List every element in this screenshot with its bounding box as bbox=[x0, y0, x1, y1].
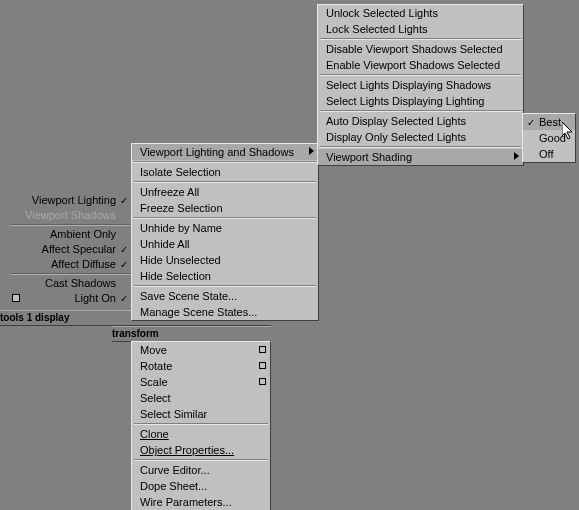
menu-rotate[interactable]: Rotate bbox=[132, 358, 270, 374]
label: Ambient Only bbox=[50, 228, 116, 240]
label: Viewport Lighting and Shadows bbox=[140, 146, 294, 158]
menu-unhide-all[interactable]: Unhide All bbox=[132, 236, 318, 252]
label: Affect Diffuse bbox=[51, 258, 116, 270]
check-icon: ✓ bbox=[120, 257, 128, 272]
menu-disable-vp-shadows[interactable]: Disable Viewport Shadows Selected bbox=[318, 41, 523, 57]
label: Dope Sheet... bbox=[140, 480, 207, 492]
opt-affect-diffuse[interactable]: Affect Diffuse ✓ bbox=[10, 257, 130, 272]
label: Auto Display Selected Lights bbox=[326, 115, 466, 127]
menu-select-lights-lighting[interactable]: Select Lights Displaying Lighting bbox=[318, 93, 523, 109]
menu-save-scene-state[interactable]: Save Scene State... bbox=[132, 288, 318, 304]
label: Hide Selection bbox=[140, 270, 211, 282]
menu-wire-parameters[interactable]: Wire Parameters... bbox=[132, 494, 270, 510]
label: Viewport Shadows bbox=[25, 209, 116, 221]
separator bbox=[134, 285, 316, 287]
label: Wire Parameters... bbox=[140, 496, 232, 508]
label: Viewport Shading bbox=[326, 151, 412, 163]
label: Best bbox=[539, 116, 561, 128]
dialog-icon bbox=[259, 362, 266, 369]
vls-submenu: Unlock Selected Lights Lock Selected Lig… bbox=[317, 4, 524, 166]
menu-select-similar[interactable]: Select Similar bbox=[132, 406, 270, 422]
check-icon: ✓ bbox=[120, 193, 128, 208]
menu-dope-sheet[interactable]: Dope Sheet... bbox=[132, 478, 270, 494]
transform-menu: Move Rotate Scale Select Select Similar … bbox=[131, 341, 271, 510]
menu-unhide-by-name[interactable]: Unhide by Name bbox=[132, 220, 318, 236]
label: Viewport Lighting bbox=[32, 194, 116, 206]
bar-tools-label: tools 1 bbox=[0, 312, 32, 323]
label: Rotate bbox=[140, 360, 172, 372]
menu-select-lights-shadows[interactable]: Select Lights Displaying Shadows bbox=[318, 77, 523, 93]
menu-hide-unselected[interactable]: Hide Unselected bbox=[132, 252, 318, 268]
label: Cast Shadows bbox=[45, 277, 116, 289]
label: Unlock Selected Lights bbox=[326, 7, 438, 19]
label: Enable Viewport Shadows Selected bbox=[326, 59, 500, 71]
separator bbox=[134, 459, 268, 461]
separator bbox=[134, 161, 316, 163]
menu-object-properties[interactable]: Object Properties... bbox=[132, 442, 270, 458]
menu-shading-good[interactable]: Good bbox=[523, 130, 575, 146]
menu-auto-display-lights[interactable]: Auto Display Selected Lights bbox=[318, 113, 523, 129]
dialog-icon bbox=[259, 346, 266, 353]
label: Clone bbox=[140, 428, 169, 440]
label: Select Lights Displaying Lighting bbox=[326, 95, 484, 107]
submenu-arrow-icon bbox=[309, 147, 314, 155]
menu-lock-lights[interactable]: Lock Selected Lights bbox=[318, 21, 523, 37]
label: Select bbox=[140, 392, 171, 404]
menu-viewport-shading[interactable]: Viewport Shading bbox=[318, 149, 523, 165]
label: Lock Selected Lights bbox=[326, 23, 428, 35]
menu-isolate-selection[interactable]: Isolate Selection bbox=[132, 164, 318, 180]
menu-unlock-lights[interactable]: Unlock Selected Lights bbox=[318, 5, 523, 21]
submenu-arrow-icon bbox=[514, 152, 519, 160]
label: Unfreeze All bbox=[140, 186, 199, 198]
opt-affect-specular[interactable]: Affect Specular ✓ bbox=[10, 242, 130, 257]
menu-freeze-selection[interactable]: Freeze Selection bbox=[132, 200, 318, 216]
opt-viewport-lighting[interactable]: Viewport Lighting ✓ bbox=[10, 193, 130, 208]
square-icon bbox=[12, 294, 20, 302]
separator bbox=[134, 181, 316, 183]
label: Hide Unselected bbox=[140, 254, 221, 266]
menu-shading-best[interactable]: ✓ Best bbox=[523, 114, 575, 130]
separator bbox=[320, 146, 521, 148]
label: Scale bbox=[140, 376, 168, 388]
label: Freeze Selection bbox=[140, 202, 223, 214]
shading-submenu: ✓ Best Good Off bbox=[522, 113, 576, 163]
label: Light On bbox=[74, 292, 116, 304]
menu-hide-selection[interactable]: Hide Selection bbox=[132, 268, 318, 284]
separator bbox=[320, 38, 521, 40]
menu-viewport-lighting-shadows[interactable]: Viewport Lighting and Shadows bbox=[132, 144, 318, 160]
opt-ambient-only[interactable]: Ambient Only bbox=[10, 227, 130, 242]
opt-light-on[interactable]: Light On ✓ bbox=[10, 291, 130, 306]
menu-scale[interactable]: Scale bbox=[132, 374, 270, 390]
opt-cast-shadows[interactable]: Cast Shadows bbox=[10, 276, 130, 291]
label: Select Lights Displaying Shadows bbox=[326, 79, 491, 91]
label: Unhide by Name bbox=[140, 222, 222, 234]
separator bbox=[320, 110, 521, 112]
opt-viewport-shadows[interactable]: Viewport Shadows bbox=[10, 208, 130, 223]
label: Affect Specular bbox=[42, 243, 116, 255]
label: Object Properties... bbox=[140, 444, 234, 456]
label: Off bbox=[539, 148, 553, 160]
check-icon: ✓ bbox=[120, 242, 128, 257]
separator bbox=[134, 423, 268, 425]
separator bbox=[134, 217, 316, 219]
dialog-icon bbox=[259, 378, 266, 385]
menu-clone[interactable]: Clone bbox=[132, 426, 270, 442]
label: Curve Editor... bbox=[140, 464, 210, 476]
bar-display-label: display bbox=[35, 312, 69, 323]
bar-transform: transform bbox=[112, 326, 271, 342]
separator bbox=[10, 273, 130, 275]
menu-unfreeze-all[interactable]: Unfreeze All bbox=[132, 184, 318, 200]
label: Good bbox=[539, 132, 566, 144]
menu-manage-scene-states[interactable]: Manage Scene States... bbox=[132, 304, 318, 320]
display-menu: Viewport Lighting and Shadows Isolate Se… bbox=[131, 143, 319, 321]
menu-move[interactable]: Move bbox=[132, 342, 270, 358]
check-icon: ✓ bbox=[120, 291, 128, 306]
label: Display Only Selected Lights bbox=[326, 131, 466, 143]
label: Manage Scene States... bbox=[140, 306, 257, 318]
menu-select[interactable]: Select bbox=[132, 390, 270, 406]
menu-curve-editor[interactable]: Curve Editor... bbox=[132, 462, 270, 478]
menu-enable-vp-shadows[interactable]: Enable Viewport Shadows Selected bbox=[318, 57, 523, 73]
label: Save Scene State... bbox=[140, 290, 237, 302]
menu-display-only-lights[interactable]: Display Only Selected Lights bbox=[318, 129, 523, 145]
menu-shading-off[interactable]: Off bbox=[523, 146, 575, 162]
